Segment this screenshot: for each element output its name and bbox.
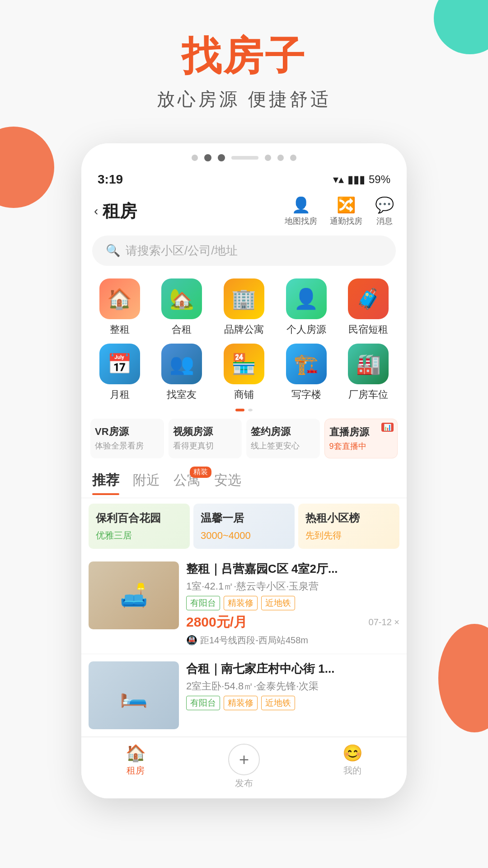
dot-7	[290, 155, 296, 161]
category-monthly-rent[interactable]: 📅 月租	[90, 344, 149, 401]
brand-apt-label: 品牌公寓	[224, 323, 264, 336]
promo-title-2: 温馨一居	[201, 511, 287, 525]
shop-icon: 🏪	[224, 344, 264, 384]
listing-item-1[interactable]: 🛋️ 整租｜吕营嘉园C区 4室2厅... 1室·42.1㎡·慈云寺小区·玉泉营 …	[81, 554, 407, 654]
listing-img-inner-2: 🛏️	[89, 661, 179, 729]
vr-title: VR房源	[95, 425, 160, 439]
nav-title: 租房	[103, 200, 137, 223]
category-office[interactable]: 🏗️ 写字楼	[277, 344, 336, 401]
category-shop[interactable]: 🏪 商铺	[215, 344, 273, 401]
publish-label: 发布	[235, 777, 253, 789]
sign-title: 签约房源	[251, 425, 315, 439]
category-grid-row2: 📅 月租 👥 找室友 🏪 商铺 🏗️ 写字楼 🏭 厂房车位	[81, 340, 407, 405]
listing-title-1: 整租｜吕营嘉园C区 4室2厅...	[186, 561, 399, 577]
listing-item-2[interactable]: 🛏️ 合租｜南七家庄村中心街 1... 2室主卧·54.8㎡·金泰先锋·次渠 有…	[81, 654, 407, 737]
tab-recommend[interactable]: 推荐	[92, 471, 119, 494]
feature-live[interactable]: 直播房源 9套直播中 📊	[324, 419, 398, 458]
profile-nav-icon: 😊	[343, 744, 363, 763]
short-rent-icon: 🧳	[348, 278, 389, 319]
listing-info-2: 合租｜南七家庄村中心街 1... 2室主卧·54.8㎡·金泰先锋·次渠 有阳台 …	[186, 661, 399, 729]
tag2-metro: 近地铁	[261, 696, 295, 710]
metro-icon-1: 🚇	[186, 635, 197, 646]
brand-apt-icon: 🏢	[224, 278, 264, 319]
shared-rent-icon: 🏡	[161, 278, 202, 319]
sign-desc: 线上签更安心	[251, 440, 315, 451]
status-time: 3:19	[98, 172, 123, 187]
message-button[interactable]: 💬 消息	[375, 196, 394, 226]
pagination-dots	[81, 143, 407, 169]
search-icon: 🔍	[106, 244, 120, 258]
category-roommate[interactable]: 👥 找室友	[153, 344, 211, 401]
promo-title-3: 热租小区榜	[305, 511, 392, 525]
commute-icon: 🔀	[337, 196, 356, 214]
dot-6	[277, 155, 284, 161]
hero-subtitle: 放心房源 便捷舒适	[0, 87, 488, 112]
feature-video[interactable]: 视频房源 看得更真切	[169, 419, 242, 458]
status-bar: 3:19 ▾▴ ▮▮▮ 59%	[81, 169, 407, 190]
personal-icon: 👤	[286, 278, 327, 319]
dot-1	[192, 155, 198, 161]
video-desc: 看得更真切	[173, 440, 238, 451]
commute-search-button[interactable]: 🔀 通勤找房	[330, 196, 362, 226]
map-search-button[interactable]: 👤 地图找房	[285, 196, 317, 226]
hero-title: 找房子	[0, 36, 488, 76]
dot-4	[231, 156, 258, 160]
listing-date-1: 07-12 ×	[369, 617, 399, 627]
monthly-label: 月租	[110, 388, 130, 401]
promo-card-2[interactable]: 温馨一居 3000~4000	[193, 504, 295, 549]
tab-nearby[interactable]: 附近	[133, 471, 160, 494]
feature-sign[interactable]: 签约房源 线上签更安心	[246, 419, 320, 458]
cat-dot-active	[235, 409, 244, 411]
shared-rent-label: 合租	[172, 323, 192, 336]
listing-price-1: 2800元/月	[186, 613, 247, 632]
listing-info-1: 整租｜吕营嘉园C区 4室2厅... 1室·42.1㎡·慈云寺小区·玉泉营 有阳台…	[186, 561, 399, 646]
short-rent-label: 民宿短租	[348, 323, 388, 336]
category-short-rent[interactable]: 🧳 民宿短租	[339, 278, 398, 336]
promo-title-1: 保利百合花园	[96, 511, 183, 525]
status-icons: ▾▴ ▮▮▮ 59%	[333, 173, 390, 186]
listing-meta-2: 2室主卧·54.8㎡·金泰先锋·次渠	[186, 679, 399, 693]
feature-vr[interactable]: VR房源 体验全景看房	[90, 419, 164, 458]
commute-label: 通勤找房	[330, 216, 362, 226]
battery-level: 59%	[369, 173, 390, 186]
apartment-badge: 精装	[190, 467, 211, 478]
phone-frame: 3:19 ▾▴ ▮▮▮ 59% ‹ 租房 👤 地图找房 🔀 通勤找房	[81, 143, 407, 798]
category-factory[interactable]: 🏭 厂房车位	[339, 344, 398, 401]
phone-wrapper: 3:19 ▾▴ ▮▮▮ 59% ‹ 租房 👤 地图找房 🔀 通勤找房	[0, 143, 488, 798]
map-label: 地图找房	[285, 216, 317, 226]
factory-icon: 🏭	[348, 344, 389, 384]
tab-apartment[interactable]: 公寓 精装	[174, 471, 201, 494]
vr-desc: 体验全景看房	[95, 440, 160, 451]
tab-selected[interactable]: 安选	[214, 471, 241, 494]
listing-image-2: 🛏️	[89, 661, 179, 729]
category-brand-apartment[interactable]: 🏢 品牌公寓	[215, 278, 273, 336]
dot-2	[204, 154, 211, 161]
bottom-nav-profile[interactable]: 😊 我的	[298, 744, 407, 789]
promo-sub-3: 先到先得	[305, 529, 392, 542]
listing-title-2: 合租｜南七家庄村中心街 1...	[186, 661, 399, 677]
promo-sub-1: 优雅三居	[96, 529, 183, 542]
back-button[interactable]: ‹	[94, 204, 98, 218]
profile-nav-label: 我的	[343, 764, 361, 777]
wifi-icon: ▾▴	[333, 173, 344, 186]
roommate-icon: 👥	[161, 344, 202, 384]
category-whole-rent[interactable]: 🏠 整租	[90, 278, 149, 336]
promo-card-1[interactable]: 保利百合花园 优雅三居	[89, 504, 190, 549]
shop-label: 商铺	[234, 388, 254, 401]
listing-price-row-1: 2800元/月 07-12 ×	[186, 613, 399, 632]
listing-tabs: 推荐 附近 公寓 精装 安选	[81, 464, 407, 498]
promo-price-2: 3000~4000	[201, 530, 287, 542]
promo-card-3[interactable]: 热租小区榜 先到先得	[298, 504, 399, 549]
bottom-nav-rent[interactable]: 🏠 租房	[81, 744, 190, 789]
map-icon: 👤	[291, 196, 310, 214]
category-pagination	[81, 405, 407, 415]
search-bar[interactable]: 🔍 请搜索小区/公司/地址	[92, 236, 396, 266]
category-shared-rent[interactable]: 🏡 合租	[153, 278, 211, 336]
category-personal[interactable]: 👤 个人房源	[277, 278, 336, 336]
rent-nav-label: 租房	[127, 764, 145, 777]
nav-actions: 👤 地图找房 🔀 通勤找房 💬 消息	[285, 196, 394, 226]
publish-button[interactable]: ＋	[228, 744, 260, 775]
office-label: 写字楼	[291, 388, 321, 401]
dot-3	[218, 154, 225, 161]
bottom-nav-publish[interactable]: ＋ 发布	[190, 744, 298, 789]
